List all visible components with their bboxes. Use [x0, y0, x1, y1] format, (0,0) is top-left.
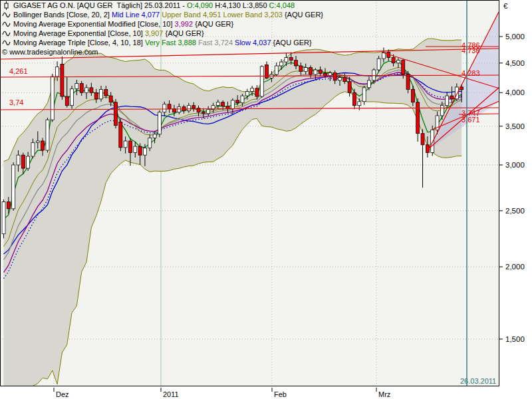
- legend-text-run: Slow 4,037: [235, 39, 271, 47]
- candle-body: [255, 88, 259, 96]
- candle-body: [207, 110, 210, 114]
- legend-text-run: C:4,048: [269, 1, 295, 9]
- candle-body: [289, 58, 293, 61]
- candle-body: [168, 104, 171, 109]
- candle-body: [41, 141, 45, 150]
- candle-body: [245, 91, 249, 96]
- currency-symbol: €: [503, 2, 508, 10]
- candle-body: [440, 106, 444, 116]
- candle-body: [446, 96, 449, 106]
- candle-body: [450, 96, 454, 99]
- candle-body: [114, 102, 117, 126]
- candle-body: [295, 61, 298, 66]
- candle-body: [46, 120, 49, 150]
- legend-text-run: O:4,090: [187, 1, 213, 9]
- candle-body: [128, 141, 132, 153]
- candle-body: [372, 70, 376, 80]
- candle-body: [80, 83, 83, 92]
- wave-icon: [2, 11, 11, 19]
- candle-body: [104, 90, 108, 96]
- candle-body: [138, 146, 142, 155]
- x-tick-label: 2011: [163, 390, 179, 398]
- price-axis[interactable]: €5,0004,5004,0003,5003,0002,5002,0001,50…: [499, 2, 525, 343]
- candle-body: [17, 155, 20, 165]
- legend-line: Moving Average Exponential Modified [Clo…: [2, 19, 323, 29]
- candle-body: [309, 68, 313, 74]
- legend-text-run: Upper Band 4,951: [162, 11, 221, 19]
- legend-text-run: Lower Band 3,203: [223, 11, 283, 19]
- y-tick-label: 2,000: [505, 263, 525, 271]
- candle-body: [7, 202, 10, 209]
- candle-body: [85, 88, 88, 92]
- y-tick-label: 4,000: [505, 88, 525, 96]
- legend-text-run: Moving Average Triple [Close, 4, 10, 18]: [13, 39, 145, 47]
- candlestick-icon: [2, 1, 11, 10]
- wave-icon: [2, 29, 11, 38]
- candle-body: [192, 106, 196, 108]
- legend-line: Bollinger Bands [Close, 20, 2] Mid Line …: [2, 10, 323, 19]
- x-tick-label: Feb: [274, 390, 287, 398]
- candle-body: [304, 68, 307, 72]
- legend-text-run: Moving Average Exponential Modified [Clo…: [13, 20, 175, 28]
- candle-body: [119, 122, 122, 148]
- candle-body: [12, 165, 15, 209]
- candle-body: [402, 61, 405, 74]
- candle-body: [27, 156, 30, 168]
- x-tick-label: Dez: [56, 390, 69, 398]
- candle-body: [362, 88, 366, 102]
- candle-body: [299, 66, 303, 72]
- price-level-label: 4,283: [462, 69, 480, 77]
- candle-body: [143, 148, 146, 155]
- y-tick-label: 4,500: [505, 59, 525, 67]
- candle-body: [2, 202, 5, 234]
- legend-text-run: {AQU GER}: [271, 39, 312, 47]
- legend-text-run: GIGASET AG O.N. [AQU GER Täglich] 25.03.…: [13, 1, 187, 9]
- candle-body: [65, 96, 68, 106]
- candle-body: [421, 134, 424, 145]
- candle-body: [90, 88, 93, 92]
- candle-body: [231, 100, 234, 109]
- wave-icon: [2, 20, 11, 29]
- price-level-label: 4,261: [9, 67, 28, 75]
- candle-body: [314, 70, 317, 74]
- x-tick-label: Mrz: [378, 390, 390, 398]
- candle-body: [153, 134, 156, 138]
- candle-body: [36, 141, 39, 142]
- candle-body: [61, 64, 64, 96]
- time-axis[interactable]: Dez2011FebMrz: [54, 388, 390, 398]
- y-tick-label: 3,500: [505, 122, 525, 130]
- price-level-label: 3,74: [9, 98, 23, 106]
- wave-icon: [2, 39, 11, 47]
- candle-body: [31, 142, 35, 156]
- legend-text-run: H:4,130 L:3,850: [213, 1, 269, 9]
- price-chart[interactable]: 4,2613,744,7864,7364,2833,7473,67126.03.…: [0, 0, 532, 399]
- projection-date-label: 26.03.2011: [460, 377, 496, 385]
- candle-body: [392, 58, 395, 63]
- legend-text-run: Moving Average Exponential [Close, 10]: [13, 29, 145, 37]
- y-tick-label: 5,000: [505, 33, 525, 41]
- candle-body: [348, 82, 351, 93]
- price-level-label: 4,736: [462, 47, 480, 55]
- candle-body: [94, 92, 98, 99]
- legend-text-run: {AQU GER}: [163, 29, 203, 37]
- candle-body: [134, 146, 137, 152]
- legend-text-run: {AQU GER}: [283, 11, 323, 19]
- legend-text-run: Very Fast 3,888: [145, 39, 196, 47]
- candle-body: [21, 155, 25, 168]
- candle-body: [109, 96, 112, 102]
- candle-body: [275, 66, 278, 74]
- candle-body: [75, 83, 78, 88]
- y-tick-label: 1,500: [505, 335, 525, 343]
- candle-body: [338, 77, 341, 80]
- legend-text-run: Fast 3,724: [198, 39, 233, 47]
- chart-window: 4,2613,744,7864,7364,2833,7473,67126.03.…: [0, 0, 532, 399]
- candle-body: [377, 59, 380, 70]
- legend-panel: GIGASET AG O.N. [AQU GER Täglich] 25.03.…: [2, 1, 323, 57]
- candle-body: [324, 73, 327, 76]
- candle-body: [319, 70, 322, 73]
- candle-body: [187, 106, 190, 111]
- candle-body: [280, 62, 283, 66]
- candle-body: [158, 112, 161, 134]
- candle-body: [56, 67, 59, 76]
- candle-body: [124, 141, 127, 148]
